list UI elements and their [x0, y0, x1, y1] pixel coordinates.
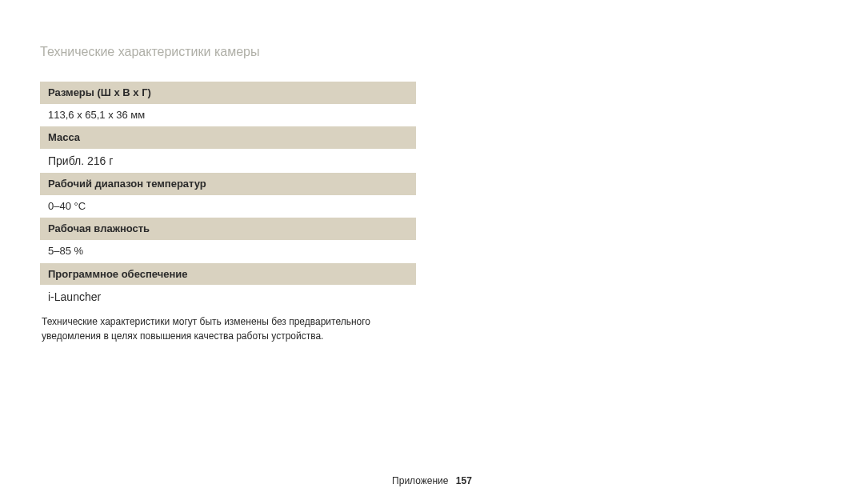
spec-header-dimensions: Размеры (Ш х В х Г)	[40, 82, 416, 104]
spec-header-mass: Масса	[40, 126, 416, 149]
spec-value-humidity: 5–85 %	[40, 240, 416, 263]
spec-header-temp: Рабочий диапазон температур	[40, 173, 416, 195]
page-footer: Приложение 157	[0, 475, 864, 486]
footer-section: Приложение	[392, 475, 448, 486]
footer-page-number: 157	[456, 475, 472, 486]
spec-value-temp: 0–40 °C	[40, 195, 416, 218]
spec-header-software: Программное обеспечение	[40, 263, 416, 286]
spec-value-software: i-Launcher	[40, 285, 416, 309]
spec-value-mass: Прибл. 216 г	[40, 149, 416, 173]
page-content: Технические характеристики камеры Размер…	[0, 0, 864, 343]
spec-table: Размеры (Ш х В х Г) 113,6 x 65,1 x 36 мм…	[40, 82, 416, 310]
page-title: Технические характеристики камеры	[40, 45, 824, 59]
footnote: Технические характеристики могут быть из…	[40, 314, 416, 343]
spec-header-humidity: Рабочая влажность	[40, 218, 416, 240]
spec-value-dimensions: 113,6 x 65,1 x 36 мм	[40, 104, 416, 127]
